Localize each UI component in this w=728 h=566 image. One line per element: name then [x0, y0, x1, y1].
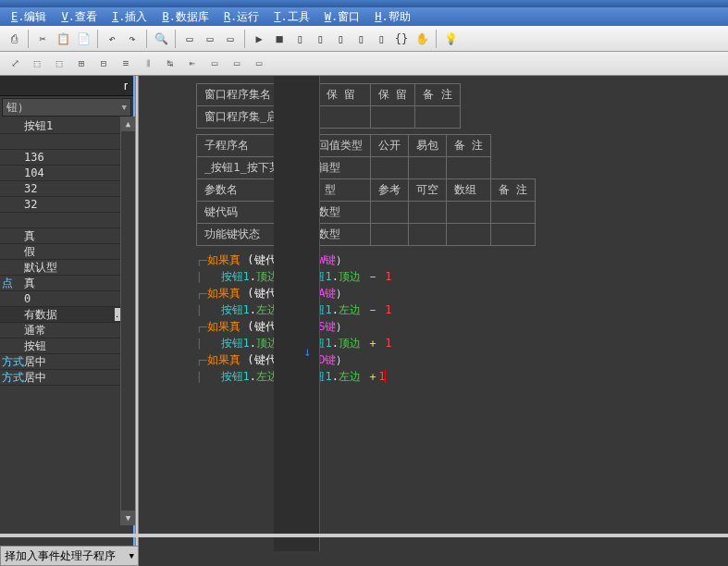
toolbar-button[interactable]: ✋ [413, 30, 431, 48]
chevron-down-icon: ▼ [130, 551, 134, 560]
toolbar-button[interactable]: ▯ [290, 30, 309, 48]
chevron-down-icon: ▼ [122, 103, 127, 112]
toolbar-button[interactable]: ↶ [103, 30, 121, 48]
property-row[interactable]: 真 [0, 228, 133, 244]
toolbar-button[interactable]: ⬚ [27, 55, 47, 73]
splitter-horizontal[interactable] [0, 534, 728, 537]
separator [97, 30, 98, 48]
toolbar-button[interactable]: ▯ [331, 30, 350, 48]
toolbar-button[interactable]: ▭ [249, 55, 269, 73]
toolbar-button[interactable]: ⎙ [5, 30, 23, 48]
scroll-up-icon[interactable]: ▲ [121, 117, 135, 131]
toolbar-button[interactable]: ▭ [221, 30, 240, 48]
toolbar-button[interactable]: ↹ [160, 55, 180, 73]
event-handler-combo[interactable]: 择加入事件处理子程序▼ [0, 546, 139, 566]
property-row[interactable]: 点真 [0, 276, 133, 291]
property-row[interactable]: 32 [0, 181, 133, 197]
toolbar-button[interactable]: 📋 [54, 30, 72, 48]
property-row[interactable] [0, 134, 133, 150]
menu-help[interactable]: H.帮助 [367, 7, 417, 27]
toolbar-button[interactable]: ⇤ [182, 55, 203, 73]
property-row[interactable]: 0 [0, 291, 133, 307]
toolbar-button[interactable]: ✂ [33, 30, 52, 48]
toolbar-button[interactable]: ▭ [180, 30, 199, 48]
toolbar-button[interactable]: ▭ [201, 30, 219, 48]
property-row[interactable]: 默认型 [0, 260, 133, 276]
menu-run[interactable]: R.运行 [216, 7, 266, 27]
toolbar-button[interactable]: ⊞ [71, 55, 92, 73]
toolbar-button[interactable]: ⊟ [93, 55, 114, 73]
menu-tools[interactable]: T.工具 [266, 7, 316, 27]
property-row[interactable]: 按钮 [0, 338, 133, 354]
panel-header: r [0, 76, 133, 96]
toolbar-button[interactable]: ▯ [311, 30, 329, 48]
toolbar-button[interactable]: ↷ [123, 30, 142, 48]
toolbar-button[interactable]: 💡 [441, 30, 460, 48]
separator [175, 30, 176, 48]
property-row[interactable]: 136 [0, 150, 133, 166]
separator [146, 30, 147, 48]
scroll-down-icon[interactable]: ▼ [121, 511, 135, 525]
property-row[interactable]: 104 [0, 166, 133, 181]
toolbar-main: ⎙✂📋📄↶↷🔍▭▭▭▶■▯▯▯▯▯{}✋💡 [0, 26, 728, 52]
toolbar-secondary: ⤢⬚⬚⊞⊟≡⦀↹⇤▭▭▭ [0, 52, 728, 76]
separator [28, 30, 29, 48]
current-line-icon: ↓ [303, 344, 311, 359]
menu-insert[interactable]: I.插入 [105, 7, 154, 27]
object-selector[interactable]: 钮）▼ [2, 98, 131, 117]
toolbar-button[interactable]: 🔍 [152, 30, 170, 48]
gutter: ↓ [274, 76, 320, 551]
toolbar-button[interactable]: 📄 [74, 30, 93, 48]
property-row[interactable]: 按钮1 [0, 118, 133, 134]
property-row[interactable]: 通常 [0, 323, 133, 338]
menu-database[interactable]: B.数据库 [154, 7, 216, 27]
toolbar-button[interactable]: {} [392, 30, 411, 48]
menu-window[interactable]: W.窗口 [317, 7, 367, 27]
toolbar-button[interactable]: ⤢ [5, 55, 25, 73]
toolbar-button[interactable]: ⦀ [138, 55, 158, 73]
property-row[interactable]: 方式居中 [0, 354, 133, 370]
titlebar [0, 0, 728, 7]
toolbar-button[interactable]: ⬚ [49, 55, 69, 73]
properties-panel: r 钮）▼ 按钮11361043232真假默认型点真0有数据...通常按钮方式居… [0, 76, 135, 551]
toolbar-button[interactable]: ▭ [204, 55, 225, 73]
scrollbar-vertical[interactable]: ▲ ▼ [120, 117, 135, 525]
separator [244, 30, 245, 48]
program-set-table: 窗口程序集名保 留保 留备 注窗口程序集_启动窗口 [196, 83, 461, 129]
code-editor[interactable]: ↓ 窗口程序集名保 留保 留备 注窗口程序集_启动窗口 子程序名返回值类型公开易… [139, 76, 728, 551]
separator [436, 30, 437, 48]
toolbar-button[interactable]: ▯ [352, 30, 370, 48]
toolbar-button[interactable]: ▭ [227, 55, 247, 73]
toolbar-button[interactable]: ≡ [116, 55, 136, 73]
property-row[interactable]: 假 [0, 244, 133, 260]
property-row[interactable] [0, 213, 133, 228]
property-row[interactable]: 有数据... [0, 307, 133, 323]
subroutine-table: 子程序名返回值类型公开易包备 注_按钮1_按下某键逻辑型参数名类 型参考可空数组… [196, 134, 536, 246]
property-row[interactable]: 方式居中 [0, 370, 133, 386]
toolbar-button[interactable]: ▶ [250, 30, 268, 48]
toolbar-button[interactable]: ■ [270, 30, 289, 48]
menu-view[interactable]: V.查看 [54, 7, 104, 27]
toolbar-button[interactable]: ▯ [372, 30, 390, 48]
menubar: E.编辑 V.查看 I.插入 B.数据库 R.运行 T.工具 W.窗口 H.帮助 [0, 7, 728, 26]
close-icon[interactable]: r [124, 80, 128, 92]
property-row[interactable]: 32 [0, 197, 133, 213]
menu-edit[interactable]: E.编辑 [4, 7, 54, 27]
